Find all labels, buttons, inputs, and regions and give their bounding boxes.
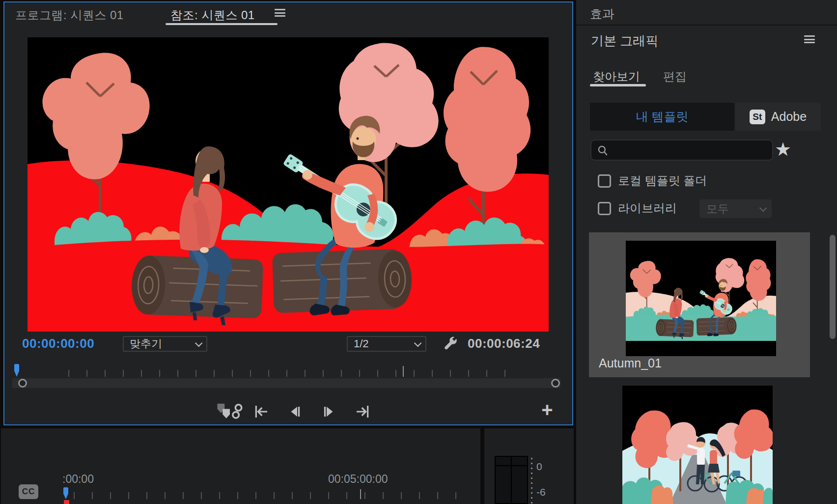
timeline-panel: :00:00 00:05:00:00 CC <box>1 428 480 504</box>
tab-browse[interactable]: 찾아보기 <box>593 69 640 84</box>
meter-scale-label: -6 <box>536 486 546 498</box>
monitor-scrollbar[interactable] <box>12 378 560 388</box>
template-search-box[interactable] <box>590 140 773 161</box>
panel-title-essential-graphics: 기본 그래픽 <box>591 32 658 50</box>
marker-front-icon <box>223 409 230 419</box>
local-templates-checkbox[interactable] <box>598 174 611 188</box>
chevron-down-icon <box>414 339 422 347</box>
go-to-in-button[interactable] <box>253 403 270 420</box>
template-thumbnail[interactable] <box>622 386 773 504</box>
audio-meter-scale-ticks <box>531 458 532 504</box>
template-name: Autumn_01 <box>599 356 662 370</box>
button-editor-plus-icon[interactable]: + <box>539 401 556 418</box>
favorites-star-icon[interactable]: ★ <box>775 139 791 160</box>
search-icon <box>596 144 609 157</box>
chevron-down-icon <box>759 204 767 212</box>
tab-effects[interactable]: 효과 <box>590 6 614 22</box>
current-timecode[interactable]: 00:00:00:00 <box>22 336 94 351</box>
monitor-ruler-ticks <box>68 370 516 377</box>
scrollbar-thumb[interactable] <box>830 235 836 339</box>
divider <box>576 25 837 26</box>
active-tab-underline <box>590 84 646 86</box>
scrollbar-handle-right[interactable] <box>551 379 560 388</box>
my-templates-label: 내 템플릿 <box>636 109 689 125</box>
autumn-illustration <box>28 37 549 332</box>
zoom-fit-dropdown[interactable]: 맞추기 <box>123 336 207 352</box>
monitor-ruler-major-tick <box>403 366 404 377</box>
step-forward-button[interactable] <box>321 403 337 420</box>
add-marker-button[interactable] <box>211 403 249 420</box>
essential-graphics-panel: 효과 기본 그래픽 찾아보기 편집 내 템플릿 St Adobe ★ 로컬 템플… <box>576 0 837 504</box>
gang-chain-icon <box>233 405 242 418</box>
panel-menu-icon[interactable] <box>275 9 285 17</box>
tab-edit[interactable]: 편집 <box>663 69 687 84</box>
ruler-label: 00:05:00:00 <box>328 473 388 486</box>
go-to-out-button[interactable] <box>354 403 371 420</box>
audio-meters-panel: 0 -6 <box>484 428 574 504</box>
active-tab-underline <box>166 23 278 25</box>
monitor-tabbar: 프로그램: 시퀀스 01 참조: 시퀀스 01 <box>4 2 572 27</box>
adobe-stock-toggle[interactable]: St Adobe <box>735 103 821 131</box>
step-back-button[interactable] <box>286 403 303 420</box>
settings-wrench-icon[interactable] <box>442 336 458 351</box>
timeline-ruler-major-tick <box>360 489 361 499</box>
playhead-in-point-marker <box>64 500 69 504</box>
audio-meter-right-channel <box>511 456 528 504</box>
tab-reference-monitor[interactable]: 참조: 시퀀스 01 <box>170 7 255 23</box>
adobe-stock-label: Adobe <box>771 110 807 124</box>
reference-monitor-panel: 프로그램: 시퀀스 01 참조: 시퀀스 01 00:00:00:00 맞추기 … <box>3 1 573 425</box>
video-preview <box>28 37 549 332</box>
meter-scale-label: 0 <box>536 461 542 473</box>
tab-program-monitor[interactable]: 프로그램: 시퀀스 01 <box>15 7 124 23</box>
scrollbar-handle-left[interactable] <box>18 379 27 388</box>
libraries-dropdown-value: 모두 <box>706 201 729 217</box>
premiere-app: 프로그램: 시퀀스 01 참조: 시퀀스 01 00:00:00:00 맞추기 … <box>0 0 837 504</box>
closed-captions-button[interactable]: CC <box>19 484 38 499</box>
libraries-label: 라이브러리 <box>618 200 677 216</box>
panel-menu-icon[interactable] <box>804 35 815 43</box>
resolution-value: 1/2 <box>354 337 369 350</box>
local-templates-label: 로컬 템플릿 폴더 <box>618 173 707 189</box>
template-thumbnail[interactable] <box>626 241 776 356</box>
playback-resolution-dropdown[interactable]: 1/2 <box>347 336 426 352</box>
monitor-playhead[interactable] <box>14 364 20 380</box>
timeline-ruler[interactable] <box>74 492 473 499</box>
clip-duration: 00:00:06:24 <box>468 336 540 351</box>
libraries-dropdown[interactable]: 모두 <box>699 199 772 218</box>
search-input[interactable] <box>609 144 767 157</box>
audio-meter-left-channel <box>495 456 512 504</box>
my-templates-toggle[interactable]: 내 템플릿 <box>590 103 734 131</box>
audio-meter-segment-line <box>495 465 528 466</box>
libraries-checkbox[interactable] <box>598 202 611 215</box>
ruler-label: :00:00 <box>62 473 94 486</box>
template-card-autumn-01[interactable]: Autumn_01 <box>589 232 810 377</box>
chevron-down-icon <box>195 339 203 347</box>
zoom-fit-value: 맞추기 <box>130 336 162 351</box>
adobe-stock-icon: St <box>750 110 765 124</box>
